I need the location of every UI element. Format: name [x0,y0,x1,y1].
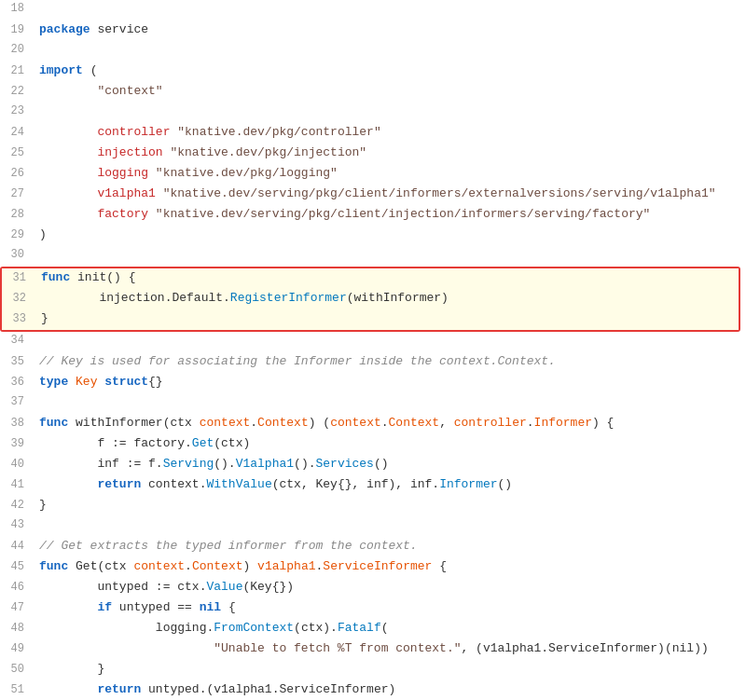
code-line-51: 51 return untyped.(v1alpha1.ServiceInfor… [0,680,746,700]
line-content-32: injection.Default.RegisterInformer(withI… [37,289,739,309]
code-line-39: 39 f := factory.Get(ctx) [0,434,746,455]
line-content-26: logging "knative.dev/pkg/logging" [35,164,746,184]
line-content-47: if untyped == nil { [35,598,746,618]
line-num-41: 41 [0,476,35,494]
line-num-36: 36 [0,374,35,391]
line-content-36: type Key struct{} [35,373,746,392]
code-line-43: 43 [0,516,746,537]
line-num-39: 39 [0,435,35,453]
code-line-41: 41 return context.WithValue(ctx, Key{}, … [0,475,746,496]
line-content-49: "Unable to fetch %T from context.", (v1a… [35,639,746,659]
line-content-42: } [35,496,746,515]
line-content-31: func init() { [37,268,739,288]
code-line-19: 19 package service [0,21,746,41]
line-num-28: 28 [0,206,35,224]
line-num-18: 18 [0,0,35,18]
line-content-29: ) [35,226,746,245]
line-num-31: 31 [2,269,37,287]
code-line-21: 21 import ( [0,62,746,82]
code-line-33: 33 } [2,309,739,330]
line-num-32: 32 [2,290,37,308]
line-num-19: 19 [0,21,35,39]
line-num-27: 27 [0,185,35,203]
code-line-38: 38 func withInformer(ctx context.Context… [0,414,746,434]
line-content-39: f := factory.Get(ctx) [35,434,746,454]
boxed-section: 31 func init() { 32 injection.Default.Re… [0,267,740,332]
code-line-46: 46 untyped := ctx.Value(Key{}) [0,578,746,598]
line-num-29: 29 [0,226,35,244]
line-content-51: return untyped.(v1alpha1.ServiceInformer… [35,680,746,700]
line-num-38: 38 [0,415,35,432]
code-editor: 18 19 package service 20 21 import ( 22 … [0,0,746,700]
line-num-47: 47 [0,599,35,617]
line-num-25: 25 [0,144,35,162]
line-content-40: inf := f.Serving().V1alpha1().Services() [35,455,746,474]
line-content-41: return context.WithValue(ctx, Key{}, inf… [35,475,746,495]
line-num-44: 44 [0,538,35,556]
line-content-38: func withInformer(ctx context.Context) (… [35,414,746,433]
line-num-30: 30 [0,246,35,264]
line-num-48: 48 [0,620,35,638]
line-num-33: 33 [2,310,37,328]
line-num-35: 35 [0,353,35,371]
code-line-22: 22 "context" [0,82,746,103]
line-num-42: 42 [0,497,35,515]
line-content-24: controller "knative.dev/pkg/controller" [35,123,746,143]
code-line-28: 28 factory "knative.dev/serving/pkg/clie… [0,205,746,226]
code-line-23: 23 [0,103,746,123]
line-num-23: 23 [0,103,35,120]
line-content-22: "context" [35,82,746,102]
line-num-46: 46 [0,579,35,597]
code-line-18: 18 [0,0,746,21]
code-line-44: 44 // Get extracts the typed informer fr… [0,537,746,557]
line-content-25: injection "knative.dev/pkg/injection" [35,144,746,163]
line-content-44: // Get extracts the typed informer from … [35,537,746,556]
line-num-20: 20 [0,41,35,59]
code-line-40: 40 inf := f.Serving().V1alpha1().Service… [0,455,746,475]
code-line-48: 48 logging.FromContext(ctx).Fatalf( [0,619,746,639]
line-num-45: 45 [0,558,35,576]
line-content-46: untyped := ctx.Value(Key{}) [35,578,746,597]
line-num-43: 43 [0,516,35,534]
code-line-45: 45 func Get(ctx context.Context) v1alpha… [0,557,746,578]
line-content-21: import ( [35,62,746,81]
code-line-25: 25 injection "knative.dev/pkg/injection" [0,144,746,164]
code-line-29: 29 ) [0,226,746,246]
line-num-26: 26 [0,165,35,183]
code-line-24: 24 controller "knative.dev/pkg/controlle… [0,123,746,144]
line-content-48: logging.FromContext(ctx).Fatalf( [35,619,746,638]
code-line-50: 50 } [0,660,746,680]
code-line-26: 26 logging "knative.dev/pkg/logging" [0,164,746,185]
line-content-45: func Get(ctx context.Context) v1alpha1.S… [35,557,746,577]
line-content-50: } [35,660,746,679]
code-line-20: 20 [0,41,746,62]
code-line-42: 42 } [0,496,746,516]
code-line-27: 27 v1alpha1 "knative.dev/serving/pkg/cli… [0,185,746,205]
code-line-47: 47 if untyped == nil { [0,598,746,619]
line-content-27: v1alpha1 "knative.dev/serving/pkg/client… [35,185,746,204]
line-content-33: } [37,309,739,329]
code-line-32: 32 injection.Default.RegisterInformer(wi… [2,289,739,309]
line-num-50: 50 [0,661,35,679]
line-num-22: 22 [0,83,35,101]
line-num-24: 24 [0,124,35,142]
code-line-34: 34 [0,332,746,352]
code-line-36: 36 type Key struct{} [0,373,746,393]
code-line-37: 37 [0,393,746,414]
line-num-21: 21 [0,62,35,80]
line-num-51: 51 [0,681,35,699]
line-num-49: 49 [0,640,35,658]
line-num-40: 40 [0,456,35,474]
line-content-35: // Key is used for associating the Infor… [35,352,746,372]
line-content-28: factory "knative.dev/serving/pkg/client/… [35,205,746,225]
line-num-37: 37 [0,393,35,411]
code-line-30: 30 [0,246,746,267]
code-line-49: 49 "Unable to fetch %T from context.", (… [0,639,746,660]
code-line-31: 31 func init() { [2,268,739,289]
code-line-35: 35 // Key is used for associating the In… [0,352,746,373]
line-num-34: 34 [0,332,35,350]
line-content-19: package service [35,21,746,40]
